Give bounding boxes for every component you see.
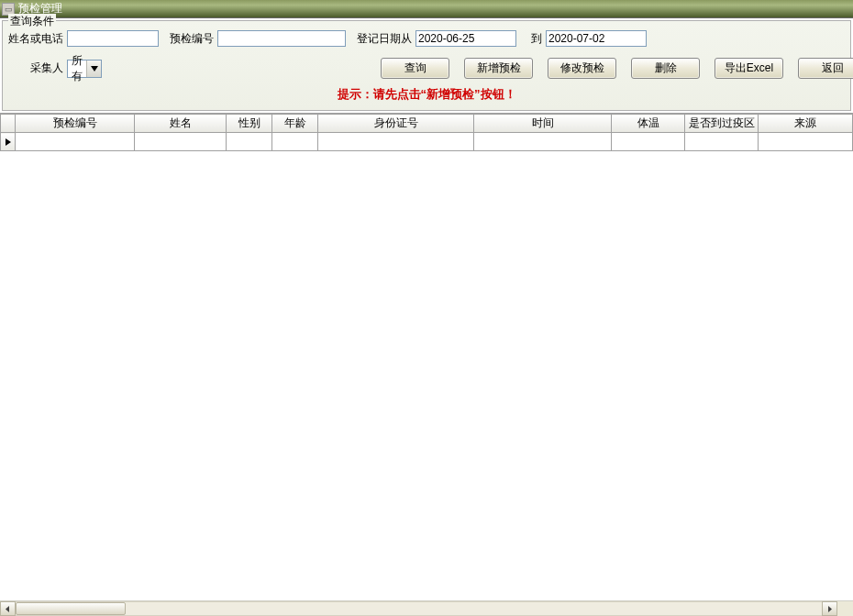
col-temperature[interactable]: 体温 xyxy=(612,115,685,133)
col-age[interactable]: 年龄 xyxy=(272,115,318,133)
grid-header-row: 预检编号 姓名 性别 年龄 身份证号 时间 体温 是否到过疫区 来源 xyxy=(1,115,853,133)
data-grid[interactable]: 预检编号 姓名 性别 年龄 身份证号 时间 体温 是否到过疫区 来源 xyxy=(0,113,853,151)
query-button[interactable]: 查询 xyxy=(381,58,449,79)
col-time[interactable]: 时间 xyxy=(474,115,612,133)
query-groupbox: 查询条件 姓名或电话 预检编号 登记日期从 到 采集人 所有 查询 新增预检 修… xyxy=(2,20,851,111)
input-date-from[interactable] xyxy=(415,30,516,47)
input-precheck-no[interactable] xyxy=(217,30,346,47)
label-reg-date-from: 登记日期从 xyxy=(357,31,412,47)
scroll-corner xyxy=(837,601,853,616)
cell[interactable] xyxy=(227,133,272,151)
scroll-left-button[interactable] xyxy=(0,601,16,616)
svg-marker-0 xyxy=(91,66,98,72)
combo-collector[interactable]: 所有 xyxy=(67,60,102,78)
cell[interactable] xyxy=(135,133,227,151)
table-row[interactable] xyxy=(1,133,853,151)
row-indicator xyxy=(1,133,16,151)
add-precheck-button[interactable]: 新增预检 xyxy=(464,58,533,79)
input-date-to[interactable] xyxy=(546,30,647,47)
edit-precheck-button[interactable]: 修改预检 xyxy=(548,58,616,79)
current-row-icon xyxy=(6,138,11,146)
hint-text: 提示：请先点击“新增预检”按钮！ xyxy=(8,86,845,103)
label-collector: 采集人 xyxy=(30,60,63,76)
cell[interactable] xyxy=(612,133,685,151)
label-precheck-no: 预检编号 xyxy=(170,31,214,47)
horizontal-scrollbar[interactable] xyxy=(0,600,853,616)
input-name-or-phone[interactable] xyxy=(67,30,159,47)
col-idcard[interactable]: 身份证号 xyxy=(318,115,474,133)
svg-marker-1 xyxy=(6,606,9,612)
delete-button[interactable]: 删除 xyxy=(631,58,700,79)
label-to: 到 xyxy=(531,31,542,47)
query-row1: 姓名或电话 预检编号 登记日期从 到 xyxy=(8,30,845,47)
groupbox-label: 查询条件 xyxy=(8,14,56,29)
cell[interactable] xyxy=(16,133,135,151)
col-source[interactable]: 来源 xyxy=(759,115,853,133)
titlebar: ▭ 预检管理 xyxy=(0,0,853,18)
cell[interactable] xyxy=(474,133,612,151)
cell[interactable] xyxy=(272,133,318,151)
col-name[interactable]: 姓名 xyxy=(135,115,227,133)
col-epidemic-area[interactable]: 是否到过疫区 xyxy=(685,115,759,133)
button-row: 查询 新增预检 修改预检 删除 导出Excel 返回 xyxy=(381,58,853,79)
query-row2: 采集人 所有 查询 新增预检 修改预检 删除 导出Excel 返回 xyxy=(8,58,845,79)
cell[interactable] xyxy=(759,133,853,151)
col-precheck-no[interactable]: 预检编号 xyxy=(16,115,135,133)
scroll-right-button[interactable] xyxy=(822,601,837,616)
col-gender[interactable]: 性别 xyxy=(227,115,272,133)
scroll-thumb[interactable] xyxy=(16,602,126,615)
scroll-track[interactable] xyxy=(16,601,822,616)
svg-marker-2 xyxy=(828,606,832,612)
combo-collector-text: 所有 xyxy=(68,53,86,84)
col-rowheader[interactable] xyxy=(1,115,16,133)
chevron-down-icon[interactable] xyxy=(86,60,101,77)
cell[interactable] xyxy=(318,133,474,151)
back-button[interactable]: 返回 xyxy=(798,58,853,79)
label-name-or-phone: 姓名或电话 xyxy=(8,31,63,47)
cell[interactable] xyxy=(685,133,759,151)
export-excel-button[interactable]: 导出Excel xyxy=(715,58,783,79)
